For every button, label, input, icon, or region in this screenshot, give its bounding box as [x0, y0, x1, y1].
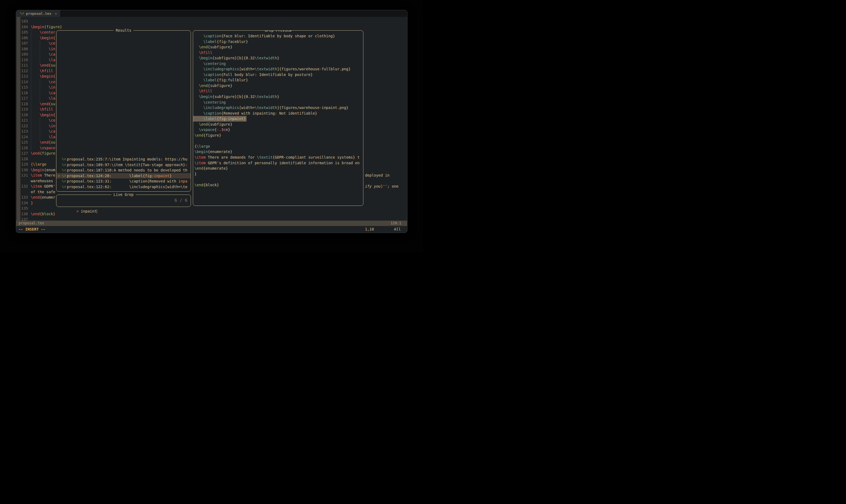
preview-line: \hfill — [193, 50, 363, 56]
prompt-caret-icon: > — [76, 209, 79, 213]
indent-guide — [31, 95, 31, 102]
command-line: -- INSERT -- 1,10 All — [16, 226, 407, 232]
indent-guide — [40, 40, 40, 47]
statusline-filename: proposal.tex — [19, 221, 44, 225]
indent-guide — [40, 134, 40, 140]
indent-guide — [31, 46, 31, 52]
indent-guide — [40, 117, 40, 123]
line-number: 123 — [16, 129, 28, 134]
tex-filetype-icon: TEX — [62, 157, 66, 162]
line-number: 116 — [16, 90, 28, 96]
indent-guide — [40, 51, 40, 57]
preview-line: \end{figure} — [193, 132, 363, 138]
statusline-position: 120:1 — [391, 221, 401, 226]
indent-guide — [31, 40, 31, 47]
line-number: 112 — [16, 68, 28, 74]
line-number: 119 — [16, 107, 28, 112]
tex-filetype-icon: TEX — [20, 12, 24, 15]
preview-line: \begin{enumerate} — [193, 149, 363, 155]
indent-guide — [40, 90, 40, 96]
editor-line-tail: ify you}''; one — [365, 183, 399, 189]
match-counter: 6 / 6 — [175, 195, 188, 206]
statusline: proposal.tex 120:1 — [16, 221, 407, 226]
preview-line: \includegraphics[width=\textwidth]{figur… — [193, 105, 363, 111]
indent-guide — [31, 134, 31, 140]
indent-guide — [31, 84, 31, 90]
cursor-ruler: 1,10 — [365, 226, 374, 232]
preview-line — [193, 138, 363, 144]
line-number: 136 — [16, 211, 28, 217]
grep-preview-window: Grep Preview \caption{Face blur: Identif… — [193, 30, 363, 206]
line-number: 127 — [16, 150, 28, 156]
indent-guide — [40, 57, 40, 63]
live-grep-window: Live Grep > inpaint 6 / 6 — [56, 195, 191, 207]
indent-guide — [31, 123, 31, 129]
indent-guide — [31, 29, 31, 35]
preview-line: \item There are demands for \textit{GDPR… — [193, 155, 363, 160]
editor-line[interactable]: 104\begin{figure} — [16, 24, 407, 30]
line-number: 103 — [16, 19, 28, 24]
tabline: TEX proposal.tex × — [16, 10, 407, 17]
indent-guide — [31, 139, 31, 145]
indent-guide — [31, 117, 31, 123]
indent-guide — [31, 106, 31, 112]
mode-indicator: -- INSERT -- — [19, 226, 46, 232]
preview-line: \begin{subfigure}[b]{0.32\textwidth} — [193, 94, 363, 100]
preview-line: \end{subfigure} — [193, 44, 363, 50]
preview-line: \end{enumerate} — [193, 166, 363, 171]
indent-guide — [40, 128, 40, 134]
line-number: 133 — [16, 195, 28, 200]
result-item-selected[interactable]: >TEXproposal.tex:124:20: \label{fig:inpa… — [56, 173, 191, 179]
tex-filetype-icon: TEX — [62, 184, 66, 190]
indent-guide — [31, 62, 31, 69]
indent-guide — [31, 73, 31, 79]
preview-line: } — [193, 171, 363, 177]
results-list: >TEXproposal.tex:235:7:\item Inpainting … — [56, 157, 191, 190]
result-item[interactable]: >TEXproposal.tex:235:7:\item Inpainting … — [56, 157, 191, 162]
indent-guide — [31, 51, 31, 57]
preview-line-highlighted: \label{fig:inpaint} — [193, 116, 363, 122]
indent-guide — [31, 57, 31, 63]
tab-close-icon[interactable]: × — [55, 12, 57, 16]
indent-guide — [40, 123, 40, 129]
line-number: 129 — [16, 162, 28, 167]
editor-line[interactable]: 103 — [16, 19, 407, 24]
result-item[interactable]: >TEXproposal.tex:189:97:\item \textit{Tw… — [56, 162, 191, 168]
tex-filetype-icon: TEX — [62, 167, 66, 173]
tex-filetype-icon: TEX — [62, 178, 66, 184]
preview-line: \caption{Face blur: Identifiable by body… — [193, 33, 363, 39]
line-number: 118 — [16, 101, 28, 107]
preview-line: \begin{subfigure}[b]{0.32\textwidth} — [193, 55, 363, 61]
preview-line: \hfill — [193, 88, 363, 94]
preview-line: {\large — [193, 144, 363, 149]
result-item[interactable]: >TEXproposal.tex:123:31: \caption{Remove… — [56, 178, 191, 184]
desktop: TEX proposal.tex × 103104\begin{figure}1… — [0, 0, 423, 252]
indent-guide — [40, 95, 40, 102]
line-number: 128 — [16, 156, 28, 162]
preview-line: \item GDPR's definition of personally id… — [193, 160, 363, 166]
line-number: 132 — [16, 183, 28, 189]
line-number: 115 — [16, 85, 28, 90]
scroll-indicator: All — [394, 226, 401, 232]
indent-guide — [31, 90, 31, 96]
grep-preview-content: \caption{Face blur: Identifiable by body… — [193, 33, 363, 187]
editor-line-tail: deployed in — [365, 173, 390, 178]
preview-line: \includegraphics[width=\textwidth]{figur… — [193, 66, 363, 72]
terminal-window: TEX proposal.tex × 103104\begin{figure}1… — [16, 10, 408, 233]
preview-line: \caption{Removed with inpainting: Not id… — [193, 111, 363, 116]
result-item[interactable]: >TEXproposal.tex:187:110:A method needs … — [56, 167, 191, 173]
tab-proposal-tex[interactable]: TEX proposal.tex × — [16, 10, 60, 17]
line-number: 125 — [16, 140, 28, 145]
result-item[interactable]: >TEXproposal.tex:122:62: \includegraphic… — [56, 184, 191, 190]
indent-guide — [31, 128, 31, 134]
tex-filetype-icon: TEX — [62, 162, 66, 168]
line-number: 105 — [16, 30, 28, 35]
line-number: 134 — [16, 200, 28, 206]
grep-preview-window-title: Grep Preview — [263, 30, 294, 33]
preview-line: \end{block} — [193, 182, 363, 188]
indent-guide — [40, 79, 40, 85]
indent-guide — [31, 68, 31, 74]
line-number: 104 — [16, 24, 28, 30]
live-grep-input[interactable]: > inpaint — [56, 195, 191, 206]
line-number: 111 — [16, 62, 28, 68]
